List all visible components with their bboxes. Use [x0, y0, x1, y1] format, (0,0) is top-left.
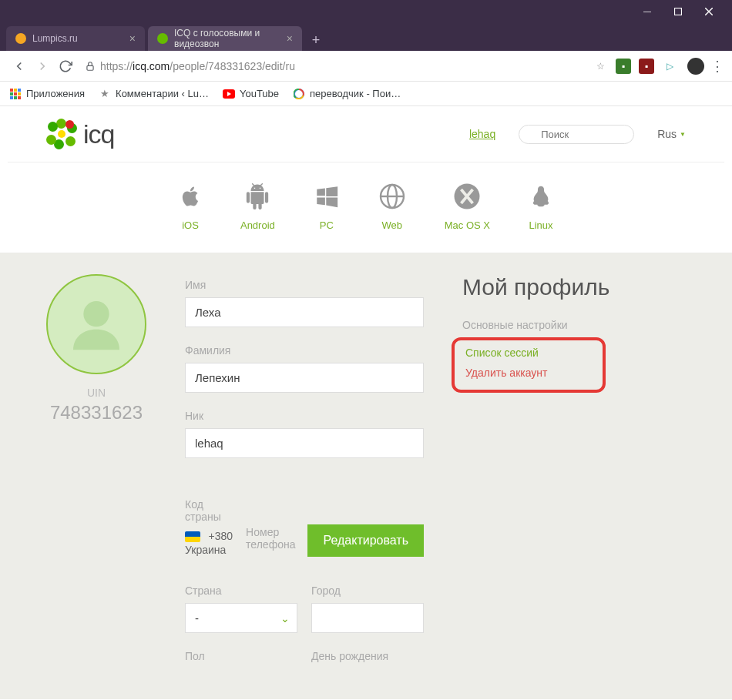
- user-avatar[interactable]: [46, 274, 146, 374]
- country-select[interactable]: [185, 603, 297, 633]
- svg-rect-6: [14, 89, 17, 92]
- url-field[interactable]: https://icq.com/people/748331623/edit/ru: [100, 60, 589, 72]
- delete-account-link[interactable]: Удалить аккаунт: [465, 367, 592, 379]
- svg-rect-8: [10, 92, 13, 95]
- flag-ukraine-icon: [185, 531, 200, 542]
- gender-label: Пол: [185, 650, 297, 662]
- svg-rect-12: [14, 96, 17, 99]
- platform-android[interactable]: Android: [240, 179, 275, 231]
- reload-button[interactable]: [54, 55, 77, 78]
- logo[interactable]: icq: [46, 119, 114, 149]
- platform-ios[interactable]: iOS: [179, 179, 202, 231]
- logo-text: icq: [83, 119, 114, 149]
- star-icon[interactable]: ☆: [593, 59, 608, 74]
- mac-icon: [445, 179, 490, 213]
- city-label: Город: [311, 584, 424, 597]
- close-button[interactable]: [693, 0, 724, 23]
- tab-title: Lumpics.ru: [32, 33, 78, 44]
- back-button[interactable]: [8, 55, 31, 78]
- surname-label: Фамилия: [185, 344, 424, 357]
- browser-tab[interactable]: Lumpics.ru ×: [6, 26, 145, 51]
- extension-icon[interactable]: ▪: [616, 59, 631, 74]
- user-link[interactable]: lehaq: [469, 128, 495, 140]
- apps-button[interactable]: Приложения: [9, 88, 85, 100]
- youtube-icon: [223, 88, 235, 100]
- favicon: [157, 33, 168, 44]
- maximize-button[interactable]: [663, 0, 693, 23]
- new-tab-button[interactable]: +: [305, 29, 327, 51]
- profile-title: Мой профиль: [462, 274, 701, 300]
- country-code-label: Код страны: [185, 498, 233, 523]
- page-content: icq lehaq Rus ▼ iOS Android PC Web: [0, 106, 732, 700]
- svg-rect-4: [87, 65, 93, 70]
- profile-content: UIN 748331623 Имя Фамилия Ник Код страны…: [0, 253, 732, 699]
- profile-left-column: UIN 748331623: [31, 274, 162, 668]
- edit-phone-button[interactable]: Редактировать: [307, 524, 424, 557]
- platform-web[interactable]: Web: [378, 179, 406, 231]
- lock-icon: [85, 61, 96, 72]
- profile-avatar[interactable]: [687, 58, 704, 75]
- svg-rect-13: [18, 96, 21, 99]
- svg-rect-9: [14, 92, 17, 95]
- settings-label: Основные настройки: [462, 319, 701, 331]
- profile-form: Имя Фамилия Ник Код страны +380 Украина …: [162, 274, 439, 668]
- uin-label: UIN: [31, 387, 162, 399]
- minimize-button[interactable]: [632, 0, 663, 23]
- platform-mac[interactable]: Mac OS X: [445, 179, 490, 231]
- windows-icon: [314, 179, 340, 213]
- close-icon[interactable]: ×: [287, 32, 293, 45]
- extension-icon[interactable]: ▷: [662, 59, 677, 74]
- nick-label: Ник: [185, 410, 424, 422]
- star-icon: ★: [99, 88, 111, 100]
- svg-rect-11: [10, 96, 13, 99]
- close-icon[interactable]: ×: [129, 32, 136, 45]
- svg-rect-7: [18, 89, 21, 92]
- forward-button[interactable]: [31, 55, 54, 78]
- language-selector[interactable]: Rus ▼: [657, 128, 686, 140]
- platform-pc[interactable]: PC: [314, 179, 340, 231]
- apps-icon: [9, 88, 22, 100]
- google-icon: [293, 88, 305, 100]
- country-label: Страна: [185, 584, 297, 597]
- bookmark-item[interactable]: переводчик - Пои…: [293, 88, 401, 100]
- icq-flower-icon: [46, 119, 77, 149]
- svg-rect-1: [675, 8, 682, 15]
- name-label: Имя: [185, 279, 424, 291]
- address-bar: https://icq.com/people/748331623/edit/ru…: [0, 51, 732, 82]
- name-input[interactable]: [185, 297, 424, 327]
- apple-icon: [179, 179, 202, 213]
- bookmark-item[interactable]: YouTube: [223, 88, 279, 100]
- sessions-link[interactable]: Список сессий: [465, 347, 592, 359]
- linux-icon: [529, 179, 553, 213]
- tab-bar: Lumpics.ru × ICQ с голосовыми и видеозво…: [0, 23, 732, 51]
- platforms-nav: iOS Android PC Web Mac OS X Linux: [0, 162, 732, 253]
- chevron-down-icon: ▼: [680, 131, 686, 138]
- profile-sidebar: Мой профиль Основные настройки Список се…: [439, 274, 701, 668]
- uin-value: 748331623: [31, 402, 162, 424]
- menu-button[interactable]: ⋮: [710, 58, 724, 75]
- browser-tab[interactable]: ICQ с голосовыми и видеозвон ×: [148, 26, 302, 51]
- svg-point-23: [83, 301, 109, 327]
- android-icon: [240, 179, 275, 213]
- tab-title: ICQ с голосовыми и видеозвон: [174, 28, 287, 49]
- window-titlebar: [0, 0, 732, 23]
- favicon: [15, 33, 26, 44]
- svg-rect-10: [18, 92, 21, 95]
- phone-label: Номер телефона: [246, 526, 295, 551]
- bookmarks-bar: Приложения ★ Комментарии ‹ Lu… YouTube п…: [0, 82, 732, 106]
- bookmark-item[interactable]: ★ Комментарии ‹ Lu…: [99, 88, 209, 100]
- city-input[interactable]: [311, 603, 424, 633]
- platform-linux[interactable]: Linux: [529, 179, 553, 231]
- highlight-annotation: Список сессий Удалить аккаунт: [452, 337, 606, 393]
- svg-rect-5: [10, 89, 13, 92]
- surname-input[interactable]: [185, 363, 424, 393]
- search-input[interactable]: [519, 125, 634, 144]
- globe-icon: [378, 179, 406, 213]
- dob-label: День рождения: [311, 650, 424, 662]
- nick-input[interactable]: [185, 428, 424, 458]
- extension-icon[interactable]: ▪: [639, 59, 654, 74]
- site-header: icq lehaq Rus ▼: [8, 106, 724, 162]
